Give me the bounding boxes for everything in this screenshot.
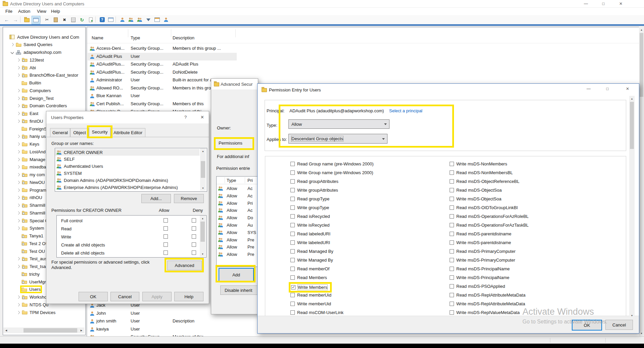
checkbox-row-body[interactable]: Read msDS-ObjectReferenceBL (450, 179, 519, 184)
chevron-right-icon[interactable] (17, 74, 20, 77)
type-dropdown[interactable]: Allow (288, 119, 389, 129)
group-list-item[interactable]: Authenticated Users (55, 163, 199, 170)
scroll-thumb[interactable] (200, 222, 205, 242)
applies-to-dropdown[interactable]: Descendant Group objects (288, 134, 387, 144)
tree-hscroll-thumb[interactable] (24, 328, 77, 333)
permission-checkbox-row[interactable]: Write Managed By (290, 258, 333, 265)
up-level-icon[interactable] (23, 16, 31, 24)
tree-item-body[interactable]: Sharmill (22, 210, 45, 216)
tree-item-body[interactable]: 123test (22, 57, 44, 63)
permission-checkbox[interactable] (290, 249, 295, 254)
tree-item-sharmill[interactable]: Sharmill (17, 209, 45, 217)
checkbox-row-body[interactable]: Read labeledURI (290, 231, 330, 236)
permission-checkbox[interactable] (290, 293, 295, 297)
tree-item-users[interactable]: Users (17, 286, 41, 293)
permission-checkbox[interactable] (450, 293, 454, 297)
cancel-button[interactable]: Cancel (110, 292, 139, 301)
permission-checkbox-row[interactable]: Read msDS-ObjectReferenceBL (450, 179, 519, 186)
list-row[interactable]: ADAudit PlusUser (87, 53, 639, 61)
permission-entries-table[interactable]: Type Pri AllowAcAllowAcAllowPriAllowAcAl… (216, 176, 258, 267)
principal-column-header[interactable]: Pri (247, 178, 253, 183)
tree-item-saved-queries[interactable]: Saved Queries (11, 41, 52, 48)
scroll-up-icon[interactable]: ▲ (200, 148, 206, 154)
tree-item-tpm-devices[interactable]: TPM Devices (17, 309, 55, 316)
maximize-button[interactable]: □ (595, 0, 611, 7)
checkbox-row-body[interactable]: Read msDS-parentdistname (450, 231, 511, 236)
chevron-right-icon[interactable] (17, 227, 20, 230)
tree-item-body[interactable]: adapworkshop.com (16, 50, 61, 55)
tree-item-body[interactable]: Worksho (22, 295, 47, 300)
ok-button[interactable]: OK (79, 292, 108, 301)
tree-item-body[interactable]: firstOU (22, 119, 43, 124)
tree-item-body[interactable]: Saved Queries (16, 42, 52, 47)
tree-item-body[interactable]: Test 2 OU (21, 241, 49, 246)
advanced-button[interactable]: Advanced (167, 261, 202, 270)
checkbox-row-body[interactable]: Write labeledURI (290, 240, 330, 245)
chevron-right-icon[interactable] (17, 219, 20, 222)
tree-item-builtin[interactable]: Builtin (17, 79, 41, 87)
chevron-right-icon[interactable] (17, 311, 20, 314)
permission-checkbox-row[interactable]: Read msDS-OIDToGroupLinkBl (450, 205, 518, 212)
tree-item-body[interactable]: my com (22, 172, 45, 177)
tree-item-test-2-ou[interactable]: Test 2 OU (17, 240, 49, 247)
tree-item-body[interactable]: Test_aus (22, 256, 47, 261)
deny-checkbox[interactable] (192, 218, 196, 223)
tree-item-system[interactable]: System (17, 225, 44, 232)
chevron-right-icon[interactable] (17, 303, 20, 306)
export-list-icon[interactable] (87, 16, 95, 24)
permission-checkbox[interactable] (290, 258, 295, 262)
permission-checkbox[interactable] (450, 310, 454, 315)
permission-checkbox[interactable] (450, 223, 454, 227)
checkbox-row-body[interactable]: Write msDS-PrimaryComputer (450, 258, 515, 263)
permission-checkbox[interactable] (290, 302, 295, 306)
tree-item-body[interactable]: BranchOffice-East_testor (22, 73, 78, 78)
permission-row[interactable]: Read (57, 226, 198, 233)
maximize-button[interactable]: □ (601, 84, 614, 94)
permission-checkbox[interactable] (290, 240, 295, 245)
checkbox-row-body[interactable]: Read msDS-PrincipalName (450, 266, 510, 271)
checkbox-row-body[interactable]: Read isRecycled (290, 214, 330, 219)
permission-checkbox-row[interactable]: Write msDS-PrimaryComputer (450, 258, 515, 265)
help-icon[interactable]: ? (98, 16, 106, 24)
delete-icon[interactable]: ✖ (60, 16, 68, 24)
chevron-right-icon[interactable] (17, 96, 20, 100)
permission-checkbox-row[interactable]: Read msDS-ReplAttributeMetaData (450, 293, 525, 300)
checkbox-row-body[interactable]: Read msDS-NonMembersBL (450, 170, 513, 175)
permission-checkbox-row[interactable]: Write Members (290, 284, 330, 291)
list-row[interactable]: AdministratorUserBuilt-in account for ad… (87, 76, 639, 84)
tree-item-body[interactable]: Test_tsa (22, 264, 46, 269)
tree-item-body[interactable]: LostAnd (22, 149, 46, 154)
permission-checkbox-row[interactable]: Write labeledURI (290, 240, 330, 247)
tree-item-branchoffice-east-testor[interactable]: BranchOffice-East_testor (17, 72, 78, 79)
disable-inheritance-button[interactable]: Disable inherit (220, 285, 258, 295)
permissions-list[interactable]: Full controlReadWriteCreate all child ob… (56, 215, 206, 258)
chevron-right-icon[interactable] (17, 181, 20, 184)
permission-entry-row[interactable]: AllowPre (217, 251, 258, 258)
tree-item-body[interactable]: System (22, 226, 44, 231)
chevron-right-icon[interactable] (17, 143, 20, 146)
permission-checkbox-row[interactable]: Write msDS-ReplAttributeMetaData (450, 301, 525, 309)
scroll-thumb[interactable] (630, 102, 634, 149)
checkbox-row-body[interactable]: Read Group name (pre-Windows 2000) (290, 161, 374, 166)
tree-item-body[interactable]: Computers (22, 88, 51, 93)
permission-checkbox[interactable] (450, 258, 454, 262)
checkbox-row-body[interactable]: Write msDS-ReplValueMetaData (450, 310, 520, 315)
permission-checkbox[interactable] (290, 179, 295, 184)
tree-item-sharmill[interactable]: Sharmill (17, 202, 45, 209)
permission-checkbox-row[interactable]: Read msDS-OperationsForAzRoleBL (450, 214, 528, 221)
minimize-button[interactable]: — (578, 0, 594, 7)
column-header-type[interactable]: Type (131, 35, 140, 40)
permission-checkbox[interactable] (290, 162, 295, 166)
permission-checkbox[interactable] (450, 197, 454, 201)
chevron-down-icon[interactable] (11, 51, 14, 54)
group-list-scrollbar[interactable]: ▲ ▼ (200, 148, 206, 191)
chevron-right-icon[interactable] (17, 112, 20, 115)
refresh-icon[interactable]: ↻ (78, 16, 86, 24)
tree-item-body[interactable]: Abi (22, 65, 36, 70)
cut-icon[interactable]: ✂ (43, 16, 51, 24)
tree-item-adapworkshop-com[interactable]: adapworkshop.com (11, 49, 61, 56)
tree-item-body[interactable]: Domain Controllers (22, 103, 67, 108)
remove-button[interactable]: Remove (174, 194, 204, 203)
checkbox-row-body[interactable]: Read msDS-OIDToGroupLinkBl (450, 205, 518, 210)
group-list-item[interactable]: Enterprise Admins (ADAPWORKSHOP\Enterpri… (55, 184, 199, 191)
